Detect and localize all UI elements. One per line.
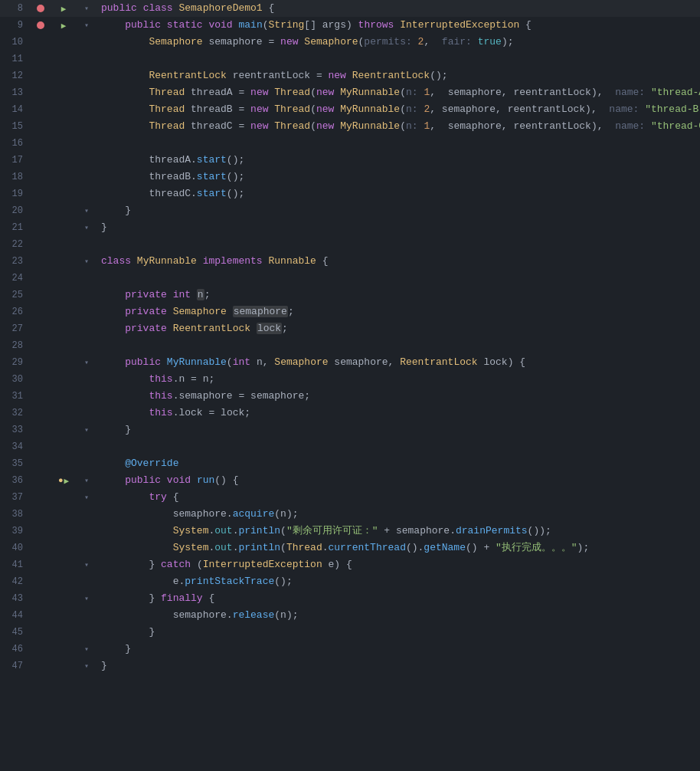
- code-line-37: 37 ▾ try {: [0, 489, 700, 506]
- line-number-22: 22: [0, 239, 29, 250]
- code-line-21: 21 ▾ }: [0, 219, 700, 236]
- code-line-17: 17 threadA.start();: [0, 152, 700, 169]
- fold-gutter-47[interactable]: ▾: [75, 661, 98, 671]
- line-number-35: 35: [0, 458, 29, 469]
- code-line-29: 29 ▾ public MyRunnable(int n, Semaphore …: [0, 354, 700, 371]
- code-line-23: 23 ▾ class MyRunnable implements Runnabl…: [0, 253, 700, 270]
- code-content-37: try {: [98, 489, 700, 506]
- code-line-40: 40 System.out.println(Thread.currentThre…: [0, 540, 700, 556]
- fold-icon-9[interactable]: ▾: [82, 21, 91, 30]
- fold-icon-46[interactable]: ▾: [82, 645, 91, 654]
- code-line-25: 25 private int n;: [0, 287, 700, 303]
- line-number-27: 27: [0, 323, 29, 334]
- code-content-39: System.out.println("剩余可用许可证：" + semaphor…: [98, 523, 700, 540]
- fold-icon-47[interactable]: ▾: [82, 661, 91, 671]
- code-line-30: 30 this.n = n;: [0, 371, 700, 388]
- fold-gutter-36[interactable]: ▾: [75, 476, 98, 485]
- line-number-21: 21: [0, 222, 29, 233]
- line-number-29: 29: [0, 357, 29, 368]
- line-number-40: 40: [0, 543, 29, 553]
- code-content-27: private ReentrantLock lock;: [98, 320, 700, 337]
- gutter-9[interactable]: [29, 21, 52, 29]
- fold-icon-8[interactable]: ▾: [82, 4, 91, 13]
- code-line-47: 47 ▾ }: [0, 658, 700, 674]
- fold-icon-37[interactable]: ▾: [82, 493, 91, 502]
- run-gutter-36[interactable]: ● ▶: [52, 476, 75, 486]
- fold-gutter-21[interactable]: ▾: [75, 223, 98, 232]
- fold-gutter-46[interactable]: ▾: [75, 645, 98, 654]
- code-content-35: @Override: [98, 455, 700, 472]
- run-icon-36b[interactable]: ▶: [64, 476, 69, 486]
- fold-gutter-8[interactable]: ▾: [75, 4, 98, 13]
- code-content-34: [98, 438, 700, 455]
- code-line-34: 34: [0, 438, 700, 455]
- code-line-8: 8 ▶ ▾ public class SemaphoreDemo1 {: [0, 0, 700, 17]
- line-number-17: 17: [0, 155, 29, 166]
- code-line-28: 28: [0, 337, 700, 354]
- code-line-18: 18 threadB.start();: [0, 169, 700, 185]
- code-line-27: 27 private ReentrantLock lock;: [0, 320, 700, 337]
- line-number-13: 13: [0, 87, 29, 98]
- fold-icon-43[interactable]: ▾: [82, 594, 91, 603]
- gutter-8[interactable]: [29, 5, 52, 12]
- fold-gutter-23[interactable]: ▾: [75, 257, 98, 266]
- code-content-22: [98, 236, 700, 253]
- line-number-46: 46: [0, 644, 29, 655]
- code-content-33: }: [98, 422, 700, 438]
- code-line-15: 15 Thread threadC = new Thread(new MyRun…: [0, 118, 700, 135]
- code-line-38: 38 semaphore.acquire(n);: [0, 506, 700, 523]
- line-number-25: 25: [0, 290, 29, 300]
- code-content-46: }: [98, 641, 700, 658]
- run-gutter-8[interactable]: ▶: [52, 4, 75, 14]
- fold-icon-36[interactable]: ▾: [82, 476, 91, 485]
- run-icon-8[interactable]: ▶: [61, 4, 67, 14]
- code-content-23: class MyRunnable implements Runnable {: [98, 253, 700, 270]
- run-icon-9[interactable]: ▶: [61, 21, 67, 31]
- code-content-41: } catch (InterruptedException e) {: [98, 556, 700, 573]
- code-line-33: 33 ▾ }: [0, 422, 700, 438]
- code-content-42: e.printStackTrace();: [98, 573, 700, 590]
- run-gutter-9[interactable]: ▶: [52, 21, 75, 31]
- code-content-44: semaphore.release(n);: [98, 607, 700, 624]
- fold-icon-23[interactable]: ▾: [82, 257, 91, 266]
- line-number-24: 24: [0, 273, 29, 284]
- breakpoint-9[interactable]: [37, 21, 44, 29]
- line-number-9: 9: [0, 20, 29, 31]
- code-content-16: [98, 135, 700, 152]
- line-number-10: 10: [0, 37, 29, 48]
- fold-gutter-41[interactable]: ▾: [75, 560, 98, 569]
- code-line-36: 36 ● ▶ ▾ public void run() {: [0, 472, 700, 489]
- fold-gutter-9[interactable]: ▾: [75, 21, 98, 30]
- code-content-47: }: [98, 658, 700, 674]
- code-content-32: this.lock = lock;: [98, 405, 700, 422]
- fold-gutter-29[interactable]: ▾: [75, 358, 98, 367]
- fold-icon-20[interactable]: ▾: [82, 206, 91, 215]
- fold-icon-41[interactable]: ▾: [82, 560, 91, 569]
- code-line-11: 11: [0, 51, 700, 67]
- line-number-30: 30: [0, 374, 29, 385]
- fold-icon-21[interactable]: ▾: [82, 223, 91, 232]
- code-line-22: 22: [0, 236, 700, 253]
- line-number-11: 11: [0, 54, 29, 64]
- fold-gutter-20[interactable]: ▾: [75, 206, 98, 215]
- code-content-26: private Semaphore semaphore;: [98, 303, 700, 320]
- run-icon-36[interactable]: ●: [58, 476, 64, 485]
- fold-icon-33[interactable]: ▾: [82, 425, 91, 435]
- code-line-13: 13 Thread threadA = new Thread(new MyRun…: [0, 84, 700, 101]
- line-number-31: 31: [0, 391, 29, 402]
- fold-gutter-37[interactable]: ▾: [75, 493, 98, 502]
- fold-icon-29[interactable]: ▾: [82, 358, 91, 367]
- breakpoint-8[interactable]: [37, 5, 44, 12]
- code-line-45: 45 }: [0, 624, 700, 641]
- code-content-17: threadA.start();: [98, 152, 700, 169]
- code-content-19: threadC.start();: [98, 185, 700, 202]
- code-editor: 8 ▶ ▾ public class SemaphoreDemo1 { 9 ▶ …: [0, 0, 700, 771]
- fold-gutter-43[interactable]: ▾: [75, 594, 98, 603]
- fold-gutter-33[interactable]: ▾: [75, 425, 98, 435]
- code-content-12: ReentrantLock reentrantLock = new Reentr…: [98, 67, 700, 84]
- code-content-38: semaphore.acquire(n);: [98, 506, 700, 523]
- code-content-36: public void run() {: [98, 472, 700, 489]
- code-line-20: 20 ▾ }: [0, 202, 700, 219]
- line-number-14: 14: [0, 104, 29, 115]
- line-number-45: 45: [0, 627, 29, 638]
